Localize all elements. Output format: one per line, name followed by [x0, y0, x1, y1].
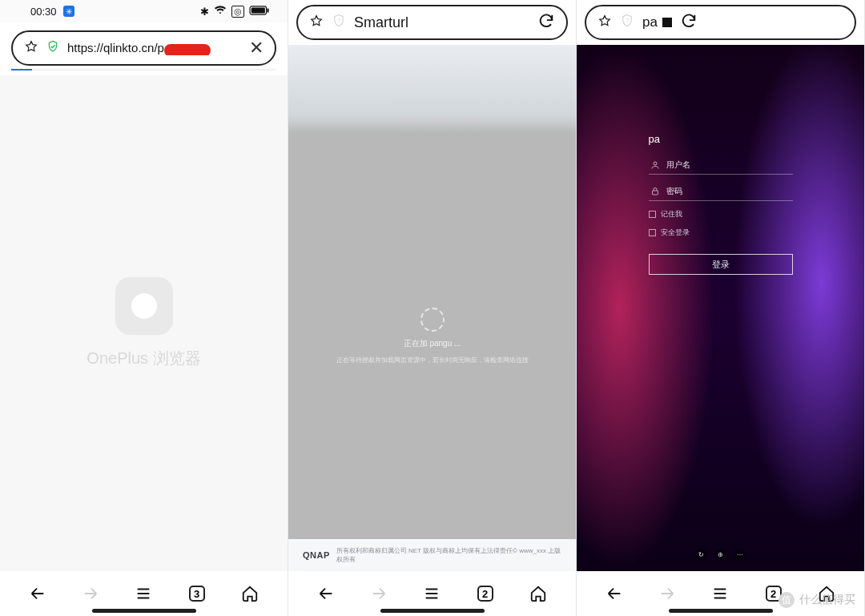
loading-spinner-icon [420, 308, 445, 332]
wifi-icon [214, 4, 227, 19]
star-icon[interactable] [309, 14, 324, 31]
nav-forward-button[interactable] [651, 585, 683, 602]
refresh-icon[interactable] [537, 12, 555, 33]
nav-forward-button[interactable] [363, 585, 395, 602]
phone-screenshot-3: ? pa pa 用户名 密码 [577, 0, 865, 616]
svg-text:?: ? [337, 17, 340, 24]
home-indicator[interactable] [669, 609, 773, 613]
loading-text-primary: 正在加 pangu ... [404, 338, 461, 349]
checkbox-icon [649, 229, 656, 236]
svg-rect-2 [267, 8, 268, 12]
nav-back-button[interactable] [310, 585, 342, 602]
nav-menu-button[interactable] [127, 585, 159, 602]
tab-count: 3 [189, 586, 205, 602]
url-title[interactable]: pa [642, 14, 672, 30]
svg-rect-6 [652, 191, 658, 195]
lock-icon [650, 187, 660, 196]
address-bar[interactable]: ? Smarturl [296, 5, 568, 40]
url-text[interactable]: https://qlinkto.cn/p [67, 41, 241, 55]
secure-login-checkbox[interactable]: 安全登录 [649, 227, 793, 238]
login-title: pa [649, 133, 793, 148]
home-indicator[interactable] [92, 609, 196, 613]
qnap-footer-text: 所有权利和商标归属公司 NET 版权与商标上均保有上法律责任© www_xxx … [336, 546, 561, 564]
nav-tabs-button[interactable]: 3 [181, 586, 213, 602]
watermark-icon: 值 [778, 592, 795, 608]
dot-button-3[interactable]: ⋯ [734, 549, 746, 560]
qnap-header-image [288, 45, 576, 133]
redacted-block-icon [662, 18, 672, 27]
address-bar[interactable]: ? pa [585, 5, 856, 40]
browser-splash-text: OnePlus 浏览器 [86, 348, 200, 369]
nav-tabs-button[interactable]: 2 [469, 586, 501, 602]
browser-splash-icon [115, 277, 173, 335]
redacted-scribble [164, 44, 211, 55]
password-field[interactable]: 密码 [649, 183, 793, 201]
nav-menu-button[interactable] [704, 585, 736, 602]
svg-rect-1 [251, 7, 265, 13]
phone-screenshot-2: ? Smarturl 正在加 pangu ... 正在等待授权并加载网页资源中，… [288, 0, 577, 616]
qnap-logo: QNAP [303, 550, 330, 560]
phone-screenshot-1: 00:30 ✳ ✱ ◎ https://qlink [0, 0, 288, 616]
address-bar[interactable]: https://qlinkto.cn/p ✕ [11, 30, 276, 66]
nav-menu-button[interactable] [416, 585, 448, 602]
shield-icon: ? [332, 14, 346, 31]
star-icon[interactable] [597, 14, 612, 31]
status-bar: 00:30 ✳ ✱ ◎ [0, 0, 288, 22]
username-field[interactable]: 用户名 [649, 156, 793, 175]
bluetooth-icon: ✱ [200, 6, 209, 18]
page-content: pa 用户名 密码 记住我 安全登录 登录 [577, 45, 864, 571]
tab-count: 2 [477, 586, 493, 602]
watermark-text: 什么值得买 [799, 593, 855, 607]
svg-text:?: ? [626, 17, 629, 24]
login-form: pa 用户名 密码 记住我 安全登录 登录 [649, 133, 793, 275]
nav-home-button[interactable] [522, 585, 554, 602]
user-icon [650, 160, 660, 170]
nav-back-button[interactable] [22, 585, 54, 602]
home-indicator[interactable] [380, 609, 485, 613]
checkbox-icon [649, 211, 656, 218]
remember-me-checkbox[interactable]: 记住我 [649, 209, 793, 219]
nav-home-button[interactable] [234, 585, 266, 602]
battery-icon [249, 6, 270, 18]
close-icon[interactable]: ✕ [249, 38, 264, 58]
page-content: OnePlus 浏览器 [0, 75, 288, 571]
status-time: 00:30 [30, 6, 57, 18]
star-icon[interactable] [24, 39, 38, 57]
nav-forward-button[interactable] [74, 585, 107, 602]
login-button[interactable]: 登录 [649, 254, 793, 275]
page-content: 正在加 pangu ... 正在等待授权并加载网页资源中，若长时间无响应，请检查… [288, 45, 576, 571]
bottom-action-dots: ↻ ⊕ ⋯ [696, 549, 746, 560]
loading-text-secondary: 正在等待授权并加载网页资源中，若长时间无响应，请检查网络连接 [336, 356, 529, 364]
bluetooth-badge-icon: ✳ [63, 6, 74, 17]
refresh-icon[interactable] [680, 12, 698, 33]
data-icon: ◎ [231, 6, 244, 18]
watermark: 值 什么值得买 [778, 592, 855, 608]
lock-icon [46, 40, 59, 56]
loading-progress-bar [11, 69, 276, 70]
dot-button-1[interactable]: ↻ [696, 549, 707, 560]
qnap-footer: QNAP 所有权利和商标归属公司 NET 版权与商标上均保有上法律责任© www… [288, 539, 576, 571]
url-title[interactable]: Smarturl [354, 14, 529, 31]
shield-icon: ? [620, 14, 634, 31]
dot-button-2[interactable]: ⊕ [715, 549, 726, 560]
nav-back-button[interactable] [598, 585, 630, 602]
password-label: 密码 [666, 186, 682, 197]
svg-point-5 [654, 162, 657, 165]
username-label: 用户名 [666, 159, 690, 171]
